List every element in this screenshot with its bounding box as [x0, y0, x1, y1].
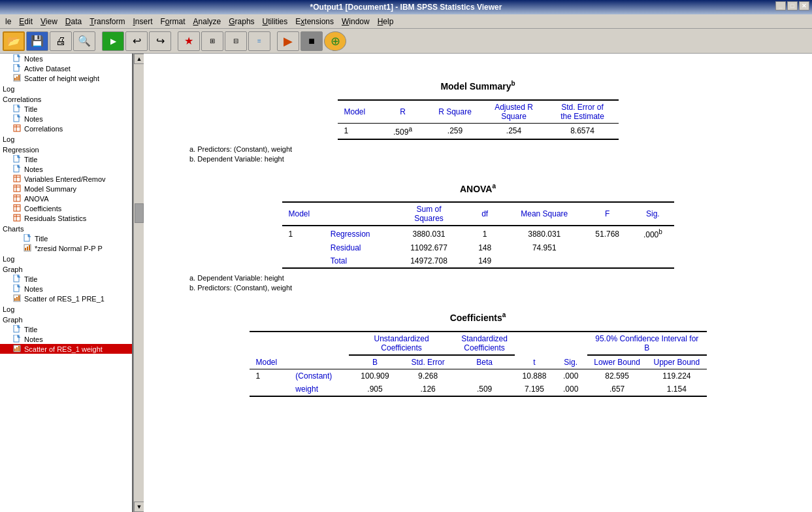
nav-item[interactable]: Coefficients [0, 203, 132, 213]
redo-button[interactable]: ↪ [149, 31, 171, 51]
nav-icon-doc [13, 335, 22, 343]
nav-item[interactable]: Notes [0, 164, 132, 174]
nav-item: Graph [0, 314, 132, 324]
menu-item-format[interactable]: Format [156, 16, 189, 27]
undo-button[interactable]: ↩ [125, 31, 148, 51]
menu-item-graphs[interactable]: Graphs [225, 16, 258, 27]
minimize-button[interactable]: _ [775, 1, 786, 10]
nav-item[interactable]: Title [0, 104, 132, 114]
nav-icon-table [13, 124, 22, 133]
nav-item[interactable]: Notes [0, 334, 132, 344]
nav-item[interactable]: Title [0, 324, 132, 334]
nav-icon-table [13, 214, 22, 222]
nav-icon-doc [13, 64, 22, 73]
nav-item-label: Active Dataset [24, 65, 71, 73]
coeff-col-beta: Beta [455, 355, 515, 369]
open-button[interactable]: 📂 [3, 31, 25, 51]
menu-item-file[interactable]: le [1, 16, 15, 27]
nav-item[interactable]: Scatter of RES_1 weight [0, 344, 132, 354]
nav-item[interactable]: Title [0, 154, 132, 164]
svg-rect-5 [14, 78, 16, 80]
menu-item-view[interactable]: View [37, 16, 61, 27]
menu-item-extensions[interactable]: Extensions [291, 16, 338, 27]
svg-rect-39 [29, 245, 30, 250]
svg-rect-38 [27, 247, 28, 250]
menu-item-transform[interactable]: Transform [86, 16, 129, 27]
close-button[interactable]: ✕ [799, 1, 809, 10]
nav-item-label: ANOVA [24, 195, 49, 203]
anova-title: ANOVAa [163, 182, 792, 194]
nav-item-label: Scatter of RES_1 weight [24, 345, 103, 353]
nav-icon-doc [13, 105, 22, 113]
nav-item[interactable]: *zresid Normal P-P P [0, 243, 132, 253]
nav-item[interactable]: Title [0, 274, 132, 284]
nav-item[interactable]: Notes [0, 284, 132, 294]
bookmark-button[interactable]: ★ [178, 31, 200, 51]
svg-rect-7 [18, 75, 20, 80]
nav-item-label: *zresid Normal P-P P [35, 245, 103, 252]
nav-icon-doc [13, 325, 22, 333]
svg-rect-53 [14, 349, 16, 351]
nav-item-label: Title [24, 156, 37, 163]
nav-item[interactable]: Notes [0, 114, 132, 124]
model-summary-col-stderr: Std. Error ofthe Estimate [547, 100, 619, 124]
nav-scroll-down[interactable]: ▼ [134, 502, 144, 512]
menu-item-edit[interactable]: Edit [15, 16, 37, 27]
pivot-button[interactable]: ⊟ [225, 31, 247, 51]
nav-item[interactable]: Model Summary [0, 184, 132, 194]
maximize-button[interactable]: □ [787, 1, 798, 10]
export-button[interactable]: ▶ [102, 31, 124, 51]
nav-icon-doc [13, 275, 22, 283]
nav-item-label: Model Summary [24, 185, 76, 193]
nav-item-label: Variables Entered/Remov [24, 175, 106, 183]
svg-rect-12 [14, 125, 20, 131]
nav-icon-doc [13, 54, 22, 63]
menu-item-utilities[interactable]: Utilities [259, 16, 292, 27]
nav-item[interactable]: Correlations [0, 124, 132, 133]
menu-item-insert[interactable]: Insert [129, 16, 156, 27]
find-button[interactable]: 🔍 [73, 31, 95, 51]
svg-rect-28 [14, 205, 20, 211]
nav-item-label: Title [24, 105, 37, 113]
coeff-header-t: t [515, 332, 555, 369]
nav-item: Log [0, 83, 132, 94]
nav-item[interactable]: Residuals Statistics [0, 213, 132, 223]
anova-col-sig: Sig. [632, 202, 674, 226]
coeff-row-constant: 1 (Constant) 100.909 9.268 10.888 .000 8… [250, 369, 707, 383]
save-button[interactable]: 💾 [26, 31, 48, 51]
add-button[interactable]: ⊕ [324, 31, 346, 51]
nav-item[interactable]: Scatter of RES_1 PRE_1 [0, 294, 132, 303]
menu-item-help[interactable]: Help [374, 16, 398, 27]
menu-item-data[interactable]: Data [61, 16, 86, 27]
menu-item-window[interactable]: Window [338, 16, 374, 27]
chart-button[interactable]: ≡ [248, 31, 270, 51]
nav-item[interactable]: Variables Entered/Remov [0, 174, 132, 184]
nav-icon-chart [13, 345, 22, 353]
menu-item-analyze[interactable]: Analyze [189, 16, 225, 27]
nav-icon-chart [13, 294, 22, 303]
coeff-header-ci: 95.0% Confidence Interval for B [587, 332, 706, 355]
nav-item: Log [0, 303, 132, 314]
nav-item[interactable]: Scatter of height weight [0, 73, 132, 83]
model-summary-col-adjrsq: Adjusted RSquare [481, 100, 547, 124]
svg-rect-54 [16, 347, 18, 351]
anova-col-f: F [583, 202, 632, 226]
run-button[interactable]: ▶ [277, 31, 299, 51]
toolbar: 📂 💾 🖨 🔍 ▶ ↩ ↪ ★ ⊞ ⊟ ≡ ▶ ■ ⊕ [0, 29, 812, 54]
nav-item[interactable]: Notes [0, 54, 132, 63]
svg-rect-22 [14, 185, 20, 192]
coeff-header-std: StandardizedCoefficients [455, 332, 515, 355]
nav-item[interactable]: Title [0, 233, 132, 243]
model-summary-title: Model Summaryb [163, 80, 792, 92]
split-button[interactable]: ⊞ [201, 31, 223, 51]
nav-item[interactable]: Active Dataset [0, 63, 132, 73]
nav-item[interactable]: ANOVA [0, 194, 132, 203]
anova-section: ANOVAa Model Sum ofSquares df Mean Squar… [163, 182, 792, 292]
nav-icon-table [13, 184, 22, 193]
nav-item-label: Notes [24, 165, 43, 173]
svg-rect-55 [18, 346, 20, 351]
model-summary-col-model: Model [338, 100, 377, 124]
stop-button[interactable]: ■ [300, 31, 323, 51]
print-button[interactable]: 🖨 [50, 31, 72, 51]
nav-scroll-up[interactable]: ▲ [134, 54, 144, 64]
